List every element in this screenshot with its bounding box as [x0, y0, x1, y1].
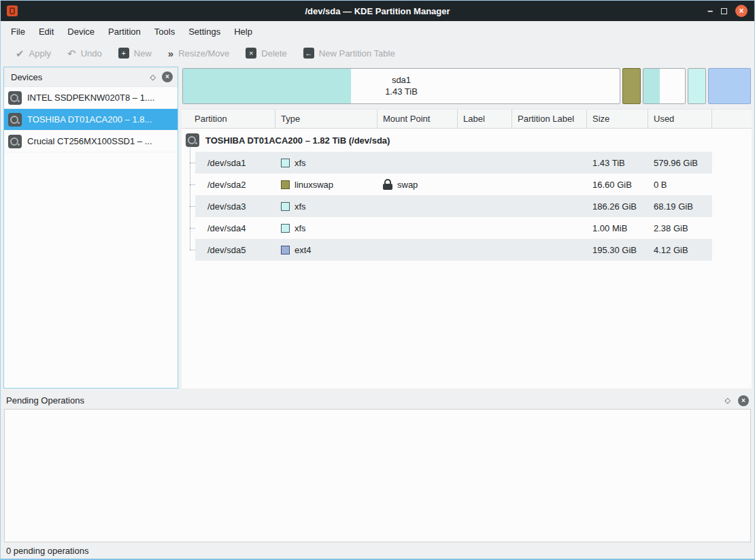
partition-table: Partition Type Mount Point Label Partiti… [182, 109, 752, 389]
apply-button[interactable]: ✔ Apply [7, 48, 59, 59]
undo-icon: ↶ [67, 48, 76, 59]
table-row[interactable]: /dev/sda2 linuxswap swap 16.60 GiB 0 B [195, 174, 712, 195]
col-partition[interactable]: Partition [182, 110, 275, 128]
device-item-toshiba[interactable]: TOSHIBA DT01ACA200 – 1.8... [4, 109, 178, 131]
col-partition-label[interactable]: Partition Label [512, 110, 587, 128]
fs-color-swatch [281, 159, 290, 167]
col-used[interactable]: Used [648, 110, 712, 128]
float-panel-icon[interactable]: ◇ [150, 73, 156, 81]
device-list: INTEL SSDPEKNW020T8 – 1.... TOSHIBA DT01… [4, 86, 178, 388]
menu-file[interactable]: File [4, 23, 32, 40]
maximize-button[interactable] [721, 8, 727, 14]
disk-view: sda1 1.43 TiB Partition Type Mount Point [182, 67, 752, 389]
pending-operations-count: 0 pending operations [6, 546, 88, 556]
col-filler [712, 110, 752, 128]
fs-type: linuxswap [295, 180, 333, 190]
menu-help[interactable]: Help [227, 23, 259, 40]
cell-size: 195.30 GiB [587, 245, 648, 255]
cell-partition: /dev/sda3 [195, 201, 275, 212]
cell-size: 186.26 GiB [587, 201, 648, 212]
device-label: TOSHIBA DT01ACA200 – 1.8... [27, 114, 152, 125]
lock-icon [383, 179, 392, 190]
cell-used: 0 B [648, 180, 712, 190]
menu-edit[interactable]: Edit [32, 23, 61, 40]
app-icon [7, 5, 18, 16]
fs-type: ext4 [295, 245, 312, 255]
fs-type: xfs [295, 201, 306, 212]
close-panel-icon[interactable]: × [738, 395, 749, 406]
fs-color-swatch [281, 202, 290, 211]
col-mount-point[interactable]: Mount Point [378, 110, 458, 128]
fs-color-swatch [281, 246, 290, 254]
titlebar[interactable]: /dev/sda — KDE Partition Manager – × [1, 1, 754, 21]
main-area: Devices ◇ × INTEL SSDPEKNW020T8 – 1.... … [1, 65, 754, 392]
partition-rows: /dev/sda1 xfs 1.43 TiB 579.96 GiB /dev/s… [182, 152, 752, 261]
partition-size: 1.43 TiB [385, 86, 418, 98]
resize-move-icon: » [168, 48, 173, 59]
cell-partition: /dev/sda5 [195, 245, 275, 255]
cell-size: 1.43 TiB [587, 158, 648, 168]
device-item-crucial[interactable]: Crucial CT256MX100SSD1 – ... [4, 131, 178, 152]
table-row[interactable]: /dev/sda1 xfs 1.43 TiB 579.96 GiB [195, 152, 712, 174]
device-label: Crucial CT256MX100SSD1 – ... [27, 136, 152, 146]
col-size[interactable]: Size [587, 110, 648, 128]
partition-segment-sda3[interactable] [643, 68, 686, 104]
new-partition-icon: + [118, 48, 129, 59]
pending-panel-title: Pending Operations [6, 395, 718, 406]
fs-type: xfs [295, 158, 306, 168]
partition-name: sda1 [392, 75, 411, 86]
device-item-intel[interactable]: INTEL SSDPEKNW020T8 – 1.... [4, 87, 178, 109]
fs-color-swatch [281, 224, 290, 233]
partition-bar: sda1 1.43 TiB [182, 67, 752, 108]
partition-segment-sda5[interactable] [708, 68, 751, 104]
partition-segment-sda1[interactable]: sda1 1.43 TiB [182, 68, 620, 104]
cell-partition: /dev/sda2 [195, 180, 275, 190]
devices-panel-title: Devices [11, 72, 144, 82]
table-row[interactable]: /dev/sda4 xfs 1.00 MiB 2.38 GiB [195, 217, 712, 239]
float-panel-icon[interactable]: ◇ [725, 397, 731, 404]
delete-icon: × [246, 48, 256, 59]
apply-label: Apply [29, 48, 52, 59]
col-type[interactable]: Type [275, 110, 378, 128]
cell-partition: /dev/sda1 [195, 158, 275, 168]
cell-partition: /dev/sda4 [195, 223, 275, 233]
partition-segment-sda2[interactable] [622, 68, 641, 104]
delete-button[interactable]: × Delete [237, 48, 295, 59]
close-panel-icon[interactable]: × [162, 71, 173, 82]
disk-icon [8, 113, 22, 127]
cell-size: 16.60 GiB [587, 180, 648, 190]
menubar: File Edit Device Partition Tools Setting… [1, 21, 754, 42]
device-header-row[interactable]: TOSHIBA DT01ACA200 – 1.82 TiB (/dev/sda) [182, 129, 752, 152]
new-partition-table-button[interactable]: ← New Partition Table [295, 48, 403, 59]
minimize-button[interactable]: – [707, 6, 713, 16]
menu-settings[interactable]: Settings [182, 23, 227, 40]
cell-used: 579.96 GiB [648, 158, 712, 168]
window-title: /dev/sda — KDE Partition Manager [1, 6, 754, 16]
resize-move-button[interactable]: » Resize/Move [160, 48, 237, 59]
pending-operations-list[interactable] [4, 409, 751, 542]
col-label[interactable]: Label [458, 110, 512, 128]
cell-size: 1.00 MiB [587, 223, 648, 233]
check-icon: ✔ [16, 48, 24, 59]
menu-tools[interactable]: Tools [148, 23, 182, 40]
table-row[interactable]: /dev/sda3 xfs 186.26 GiB 68.19 GiB [195, 195, 712, 217]
selected-partition-label: sda1 1.43 TiB [183, 69, 620, 103]
used-fill [643, 69, 660, 103]
table-row[interactable]: /dev/sda5 ext4 195.30 GiB 4.12 GiB [195, 239, 712, 261]
undo-button[interactable]: ↶ Undo [59, 48, 110, 59]
devices-panel: Devices ◇ × INTEL SSDPEKNW020T8 – 1.... … [3, 67, 178, 389]
new-partition-button[interactable]: + New [110, 48, 160, 59]
cell-mount-point: swap [378, 179, 458, 190]
table-header: Partition Type Mount Point Label Partiti… [182, 109, 752, 129]
close-button[interactable]: × [735, 5, 748, 17]
resize-move-label: Resize/Move [178, 48, 229, 59]
fs-color-swatch [281, 180, 290, 189]
toolbar: ✔ Apply ↶ Undo + New » Resize/Move × Del… [1, 42, 754, 65]
disk-icon [8, 91, 22, 105]
menu-partition[interactable]: Partition [101, 23, 148, 40]
undo-label: Undo [81, 48, 102, 59]
device-label: INTEL SSDPEKNW020T8 – 1.... [27, 93, 154, 103]
delete-label: Delete [261, 48, 287, 59]
partition-segment-sda4[interactable] [688, 68, 706, 104]
menu-device[interactable]: Device [61, 23, 101, 40]
